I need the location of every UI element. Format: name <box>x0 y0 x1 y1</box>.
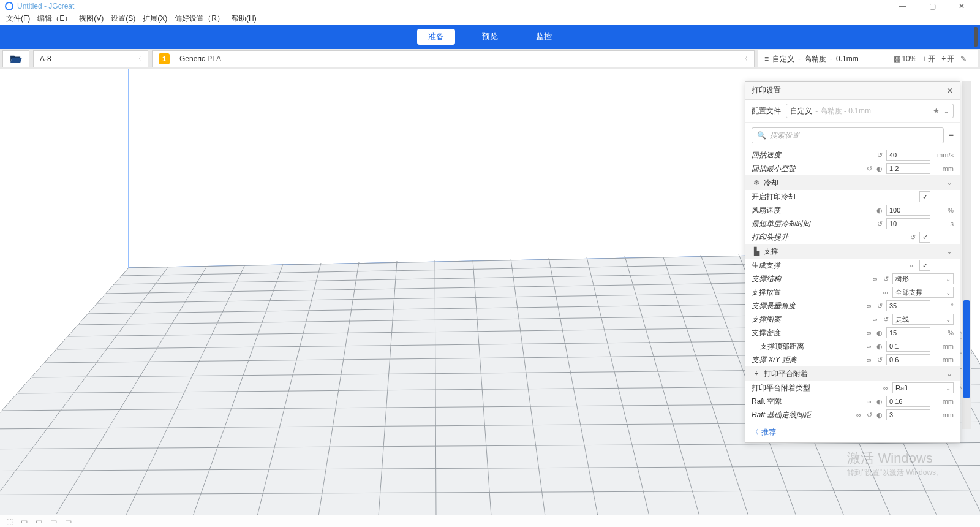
link-icon[interactable]: ∞ <box>865 343 873 350</box>
view-left-icon[interactable]: ▭ <box>49 518 58 525</box>
generate-support-checkbox[interactable]: ✓ <box>919 260 930 271</box>
setting-support-angle: 支撑悬垂角度 ∞↺ 35 ° <box>745 299 960 313</box>
link-icon[interactable]: ∞ <box>865 356 873 363</box>
link-icon[interactable]: ∞ <box>865 302 873 309</box>
maximize-button[interactable]: ▢ <box>919 0 946 12</box>
support-icon: ⟂ <box>922 55 927 63</box>
snowflake-icon: ❄ <box>752 178 761 187</box>
reset-icon[interactable]: ↺ <box>875 302 884 310</box>
panel-close-button[interactable]: ✕ <box>946 86 954 96</box>
view-front-icon[interactable]: ▭ <box>20 518 28 525</box>
info-icon[interactable]: ◐ <box>875 343 884 351</box>
info-icon[interactable]: ◐ <box>875 329 884 337</box>
marketplace-indicator-icon[interactable] <box>974 27 978 47</box>
link-icon[interactable]: ∞ <box>881 384 890 392</box>
reset-icon[interactable]: ↺ <box>875 151 884 159</box>
info-icon[interactable]: ◐ <box>875 207 884 214</box>
status-bar: ⬚ ▭ ▭ ▭ ▭ <box>0 515 980 527</box>
reset-icon[interactable]: ↺ <box>881 275 890 283</box>
menu-preferences[interactable]: 偏好设置（R） <box>171 13 228 24</box>
reset-icon[interactable]: ↺ <box>865 165 873 173</box>
support-angle-input[interactable]: 35 <box>886 300 930 311</box>
link-icon[interactable]: ∞ <box>871 275 880 282</box>
recommend-button[interactable]: 〈 推荐 <box>752 427 954 438</box>
material-select[interactable]: 1 Generic PLA 〈 <box>152 50 755 67</box>
link-icon[interactable]: ∞ <box>865 329 873 336</box>
menu-settings[interactable]: 设置(S) <box>107 13 139 24</box>
section-support[interactable]: ▙ 支撑 ⌄ <box>745 244 960 259</box>
support-xy-distance-input[interactable]: 0.6 <box>886 354 930 365</box>
adhesion-section-icon: ÷ <box>752 370 761 378</box>
printer-select[interactable]: A-8 〈 <box>33 50 148 67</box>
info-icon[interactable]: ◐ <box>875 398 884 406</box>
profile-name: 高精度 <box>804 54 826 64</box>
raft-air-gap-input[interactable]: 0.16 <box>886 396 930 407</box>
reset-icon[interactable]: ↺ <box>875 220 884 228</box>
section-adhesion[interactable]: ÷ 打印平台附着 ⌄ <box>745 366 960 381</box>
profile-select[interactable]: 自定义 - 高精度 - 0.1mm ★ ⌄ <box>786 104 954 118</box>
minimize-button[interactable]: — <box>889 0 916 12</box>
settings-search-input[interactable]: 🔍 搜索设置 <box>752 127 944 143</box>
setting-support-placement: 支撑放置 ∞ 全部支撑⌄ <box>745 286 960 299</box>
support-on: 开 <box>928 54 935 64</box>
view-top-icon[interactable]: ▭ <box>34 518 43 525</box>
settings-list: 回抽速度 ↺ 40 mm/s 回抽最小空驶 ↺◐ 1.2 mm ❄ 冷却 ⌄ 开… <box>745 148 960 422</box>
stage-bar: 准备 预览 监控 <box>0 25 980 49</box>
menu-view[interactable]: 视图(V) <box>75 13 107 24</box>
retraction-min-travel-input[interactable]: 1.2 <box>886 163 930 174</box>
recommend-label: 推荐 <box>761 427 776 438</box>
reset-icon[interactable]: ↺ <box>881 316 890 324</box>
support-section-icon: ▙ <box>752 247 761 256</box>
retraction-speed-input[interactable]: 40 <box>886 150 930 161</box>
support-pattern-select[interactable]: 走线⌄ <box>892 314 954 325</box>
lift-head-checkbox[interactable]: ✓ <box>919 232 930 243</box>
stage-monitor-button[interactable]: 监控 <box>525 29 563 45</box>
adhesion-icon: ÷ <box>941 55 946 63</box>
menu-file[interactable]: 文件(F) <box>2 13 34 24</box>
stage-preview-button[interactable]: 预览 <box>471 29 509 45</box>
adhesion-type-select[interactable]: Raft⌄ <box>892 382 954 393</box>
support-structure-select[interactable]: 树形⌄ <box>892 273 954 284</box>
profile-summary-icons: ▩10% ⟂开 ÷开 ✎ <box>894 54 971 64</box>
reset-icon[interactable]: ↺ <box>865 411 873 419</box>
setting-fan-speed: 风扇速度 ◐ 100 % <box>745 203 960 217</box>
link-icon[interactable]: ∞ <box>908 262 917 269</box>
search-icon: 🔍 <box>757 131 766 140</box>
chevron-down-icon[interactable]: ⌄ <box>943 107 949 115</box>
setting-retraction-speed: 回抽速度 ↺ 40 mm/s <box>745 148 960 162</box>
chevron-left-icon: 〈 <box>742 55 748 63</box>
settings-scroll-thumb[interactable] <box>963 300 970 398</box>
profile-label: 配置文件 <box>752 106 781 116</box>
view-right-icon[interactable]: ▭ <box>64 518 72 525</box>
setting-raft-air-gap: Raft 空隙 ∞◐ 0.16 mm <box>745 395 960 408</box>
star-icon[interactable]: ★ <box>933 107 940 115</box>
link-icon[interactable]: ∞ <box>865 398 873 405</box>
support-placement-select[interactable]: 全部支撑⌄ <box>892 287 954 298</box>
profile-summary[interactable]: ≡ 自定义 - 高精度 - 0.1mm ▩10% ⟂开 ÷开 ✎ <box>758 50 978 67</box>
menu-help[interactable]: 帮助(H) <box>228 13 260 24</box>
raft-base-line-spacing-input[interactable]: 3 <box>886 409 930 420</box>
info-icon[interactable]: ◐ <box>875 411 884 419</box>
view-3d-icon[interactable]: ⬚ <box>5 518 13 525</box>
stage-prepare-button[interactable]: 准备 <box>417 29 455 45</box>
reset-icon[interactable]: ↺ <box>908 233 917 241</box>
link-icon[interactable]: ∞ <box>871 316 880 323</box>
menu-edit[interactable]: 编辑（E） <box>34 13 75 24</box>
enable-cooling-checkbox[interactable]: ✓ <box>919 191 930 202</box>
min-layer-time-input[interactable]: 10 <box>886 218 930 229</box>
support-density-input[interactable]: 15 <box>886 327 930 338</box>
support-top-distance-input[interactable]: 0.1 <box>886 341 930 352</box>
setting-support-density: 支撑密度 ∞◐ 15 % <box>745 326 960 339</box>
link-icon[interactable]: ∞ <box>854 411 863 419</box>
link-icon[interactable]: ∞ <box>881 289 890 296</box>
open-file-button[interactable] <box>2 50 29 67</box>
close-window-button[interactable]: ✕ <box>948 0 975 12</box>
section-cooling[interactable]: ❄ 冷却 ⌄ <box>745 175 960 190</box>
setting-raft-base-line-spacing: Raft 基础走线间距 ∞↺◐ 3 mm <box>745 408 960 422</box>
info-icon[interactable]: ◐ <box>875 165 884 173</box>
fan-speed-input[interactable]: 100 <box>886 205 930 216</box>
setting-enable-cooling: 开启打印冷却 ✓ <box>745 190 960 203</box>
settings-menu-button[interactable]: ≡ <box>949 131 954 140</box>
reset-icon[interactable]: ↺ <box>875 356 884 364</box>
menu-extensions[interactable]: 扩展(X) <box>139 13 171 24</box>
